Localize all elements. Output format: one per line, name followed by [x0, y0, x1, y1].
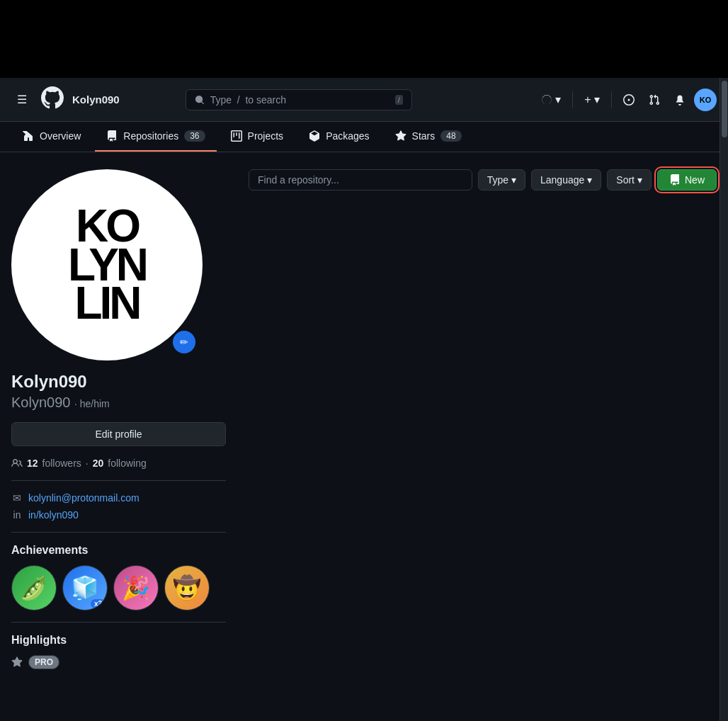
- achievements-divider: [11, 532, 226, 533]
- profile-name: Kolyn090: [11, 372, 226, 392]
- nav-search-container: /: [186, 89, 412, 110]
- profile-avatar: KOLYNLIN: [11, 169, 203, 360]
- achievement-emoji-4: 🤠: [165, 566, 209, 610]
- linkedin-link[interactable]: in/kolyn090: [28, 509, 79, 521]
- repo-search: [249, 169, 472, 191]
- achievements-section: Achievements 🫛 🧊 x2 🎉 🤠: [11, 544, 226, 611]
- scrollbar-thumb[interactable]: [722, 81, 727, 137]
- tab-overview[interactable]: Overview: [11, 122, 92, 152]
- new-repo-label: New: [685, 174, 705, 186]
- email-icon: ✉: [11, 492, 23, 504]
- repo-content: Type ▾ Language ▾ Sort ▾ New: [237, 152, 728, 721]
- main-content: KOLYNLIN ✏ Kolyn090 Kolyn090 · he/him Ed…: [0, 152, 728, 721]
- achievement-badge-2[interactable]: 🧊 x2: [62, 565, 108, 611]
- stars-icon: [395, 130, 406, 142]
- avatar-logo-text: KOLYNLIN: [68, 207, 146, 322]
- search-icon: [195, 94, 205, 106]
- new-repo-icon: [669, 174, 681, 186]
- repo-toolbar: Type ▾ Language ▾ Sort ▾ New: [249, 169, 717, 191]
- find-repository-input[interactable]: [249, 169, 472, 191]
- github-logo[interactable]: [41, 86, 64, 113]
- avatar[interactable]: KO: [694, 89, 717, 111]
- profile-login: Kolyn090 · he/him: [11, 394, 226, 411]
- sort-label: Sort: [616, 174, 635, 186]
- issues-button[interactable]: [618, 90, 640, 110]
- pro-badge: PRO: [28, 655, 59, 669]
- followers-section: 12 followers · 20 following: [11, 458, 226, 469]
- followers-icon: [11, 458, 23, 469]
- followers-count[interactable]: 12: [27, 458, 38, 469]
- following-label: following: [108, 458, 146, 469]
- achievement-emoji-1: 🫛: [12, 566, 56, 610]
- email-detail: ✉ kolynlin@protonmail.com: [11, 492, 226, 504]
- highlights-title: Highlights: [11, 634, 226, 647]
- repositories-count: 36: [184, 130, 205, 142]
- nav-username[interactable]: Kolyn090: [72, 93, 120, 106]
- highlights-pro-item: PRO: [11, 655, 226, 669]
- sort-chevron-icon: ▾: [637, 174, 642, 186]
- tab-overview-label: Overview: [40, 130, 81, 142]
- copilot-button[interactable]: ▾: [535, 89, 567, 110]
- nav-actions: ▾ + ▾ KO: [535, 89, 717, 111]
- issues-icon: [623, 94, 635, 106]
- top-black-bar: [0, 0, 728, 78]
- notifications-button[interactable]: [669, 90, 691, 110]
- nav-bar: ☰ Kolyn090 / ▾ + ▾: [0, 78, 728, 122]
- search-input[interactable]: [210, 94, 389, 106]
- linkedin-icon: in: [11, 509, 23, 521]
- achievement-badge-4[interactable]: 🤠: [164, 565, 210, 611]
- type-chevron-icon: ▾: [511, 174, 516, 186]
- overview-icon: [23, 130, 34, 142]
- achievement-emoji-3: 🎉: [114, 566, 158, 610]
- edit-profile-button[interactable]: Edit profile: [11, 422, 226, 446]
- packages-icon: [309, 130, 320, 142]
- projects-icon: [231, 130, 242, 142]
- tab-stars[interactable]: Stars 48: [384, 122, 473, 152]
- notifications-icon: [674, 94, 686, 106]
- nav-divider-2: [611, 91, 612, 108]
- star-icon: [11, 657, 23, 668]
- language-filter-button[interactable]: Language ▾: [531, 169, 601, 191]
- following-count[interactable]: 20: [93, 458, 104, 469]
- tab-repositories-label: Repositories: [123, 130, 178, 142]
- email-link[interactable]: kolynlin@protonmail.com: [28, 492, 140, 504]
- hamburger-menu-button[interactable]: ☰: [11, 89, 33, 110]
- copilot-icon: [541, 94, 552, 106]
- type-filter-button[interactable]: Type ▾: [478, 169, 525, 191]
- profile-divider-1: [11, 480, 226, 481]
- repositories-icon: [106, 130, 118, 142]
- tab-projects-label: Projects: [248, 130, 284, 142]
- achievements-grid: 🫛 🧊 x2 🎉 🤠: [11, 565, 226, 611]
- followers-label: followers: [42, 458, 81, 469]
- highlights-section: Highlights PRO: [11, 634, 226, 669]
- linkedin-detail: in in/kolyn090: [11, 509, 226, 521]
- stars-count: 48: [440, 130, 461, 142]
- achievement-count-2: x2: [91, 599, 106, 608]
- tab-repositories[interactable]: Repositories 36: [95, 122, 216, 152]
- achievement-badge-1[interactable]: 🫛: [11, 565, 57, 611]
- type-filter-label: Type: [487, 174, 508, 186]
- avatar-wrapper: KOLYNLIN ✏: [11, 169, 203, 360]
- scrollbar[interactable]: [720, 78, 728, 721]
- profile-tabs: Overview Repositories 36 Projects Packag…: [0, 122, 728, 152]
- profile-login-text: Kolyn090: [11, 394, 70, 410]
- achievement-badge-3[interactable]: 🎉: [113, 565, 159, 611]
- achievements-title: Achievements: [11, 544, 226, 557]
- nav-divider-1: [572, 91, 573, 108]
- profile-details: ✉ kolynlin@protonmail.com in in/kolyn090: [11, 492, 226, 521]
- sort-button[interactable]: Sort ▾: [607, 169, 652, 191]
- highlights-divider: [11, 622, 226, 623]
- tab-stars-label: Stars: [412, 130, 436, 142]
- tab-packages[interactable]: Packages: [297, 122, 380, 152]
- search-keyboard-shortcut: /: [395, 95, 403, 105]
- profile-sidebar: KOLYNLIN ✏ Kolyn090 Kolyn090 · he/him Ed…: [0, 152, 237, 721]
- avatar-edit-button[interactable]: ✏: [173, 331, 195, 353]
- create-new-button[interactable]: + ▾: [579, 89, 605, 110]
- tab-projects[interactable]: Projects: [220, 122, 295, 152]
- pronoun-badge: · he/him: [74, 398, 110, 409]
- tab-packages-label: Packages: [326, 130, 369, 142]
- pull-requests-icon: [649, 94, 660, 106]
- nav-search-box[interactable]: /: [186, 89, 412, 110]
- pull-requests-button[interactable]: [643, 90, 666, 110]
- new-repo-button[interactable]: New: [657, 169, 717, 191]
